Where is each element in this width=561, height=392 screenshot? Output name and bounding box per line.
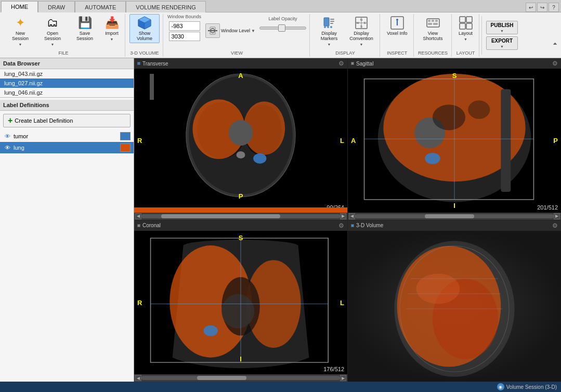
- undo-button[interactable]: ↩: [526, 3, 536, 12]
- tab-draw[interactable]: DRAW: [38, 1, 75, 12]
- eye-icon-tumor[interactable]: 👁: [3, 133, 11, 139]
- display-convention-label: Display Convention: [349, 31, 374, 42]
- sagittal-label: Sagittal: [356, 61, 550, 67]
- ribbon: ✦ New Session ▼ 🗂 Open Session ▼ 💾 Save …: [0, 12, 561, 58]
- display-markers-button[interactable]: Display Markers ▼: [314, 14, 344, 48]
- import-icon: 📥: [105, 16, 119, 30]
- inspect-buttons: i Voxel Info: [384, 14, 410, 48]
- 3d-volume-settings[interactable]: ⚙: [552, 222, 558, 229]
- 3d-volume-scan: [348, 231, 561, 382]
- file-item-2[interactable]: lung_027.nii.gz: [0, 79, 134, 88]
- window-bounds-upper[interactable]: [169, 21, 200, 31]
- show-volume-button[interactable]: Show Volume: [129, 14, 160, 43]
- import-button[interactable]: 📥 Import ▼: [102, 14, 122, 43]
- eye-icon-lung[interactable]: 👁: [3, 145, 11, 151]
- coronal-marker-i: I: [240, 355, 242, 363]
- save-session-icon: 💾: [77, 16, 92, 30]
- 3d-volume-buttons: Show Volume: [129, 14, 160, 48]
- publish-export-group: PUBLISH ▼ EXPORT ▼: [484, 14, 520, 57]
- slider-thumb[interactable]: [278, 24, 285, 32]
- transverse-scrollbar[interactable]: ◀ ▶: [134, 213, 347, 220]
- coronal-settings[interactable]: ⚙: [338, 222, 344, 229]
- svg-rect-10: [330, 23, 333, 24]
- coronal-scrollbar[interactable]: ◀ ▶: [134, 374, 347, 382]
- window-level-icon: [205, 23, 220, 38]
- sagittal-settings[interactable]: ⚙: [552, 60, 558, 67]
- coronal-label: Coronal: [142, 223, 336, 228]
- data-browser-header: Data Browser: [0, 58, 134, 69]
- window-bounds-lower[interactable]: [169, 32, 200, 41]
- svg-point-70: [416, 273, 460, 304]
- coronal-scroll-thumb[interactable]: [197, 376, 247, 380]
- 3d-volume-body[interactable]: [348, 231, 561, 382]
- transverse-scroll-thumb[interactable]: [161, 214, 280, 218]
- save-session-button[interactable]: 💾 Save Session: [70, 14, 100, 43]
- layout-button[interactable]: Layout ▼: [456, 14, 476, 43]
- viewport-sagittal: Sagittal ⚙: [348, 58, 561, 220]
- layout-icon: [459, 16, 473, 30]
- tab-automate[interactable]: AUTOMATE: [75, 1, 126, 12]
- sagittal-scroll-left[interactable]: ◀: [349, 213, 355, 219]
- label-opacity-slider[interactable]: [259, 27, 306, 30]
- main-area: Data Browser lung_043.nii.gz lung_027.ni…: [0, 58, 561, 382]
- transverse-scroll-right[interactable]: ▶: [340, 213, 346, 219]
- export-button[interactable]: EXPORT ▼: [486, 36, 518, 50]
- view-items: Window Bounds: [167, 14, 306, 48]
- open-session-button[interactable]: 🗂 Open Session ▼: [37, 14, 68, 48]
- layout-arrow: ▼: [464, 37, 467, 41]
- transverse-header: Transverse ⚙: [134, 58, 347, 69]
- coronal-scroll-left[interactable]: ◀: [135, 375, 141, 381]
- svg-point-50: [433, 104, 465, 130]
- display-group-label: DISPLAY: [335, 49, 355, 56]
- tab-home[interactable]: HOME: [1, 1, 38, 12]
- tab-volume-rendering[interactable]: VOLUME RENDERING: [126, 1, 206, 12]
- file-item-1[interactable]: lung_043.nii.gz: [0, 69, 134, 79]
- viewport-coronal: Coronal ⚙: [134, 220, 347, 382]
- publish-button[interactable]: PUBLISH ▼: [486, 21, 518, 34]
- help-button[interactable]: ?: [549, 3, 559, 12]
- coronal-body[interactable]: S I R L 176/512: [134, 231, 347, 375]
- sagittal-scroll-thumb[interactable]: [425, 214, 475, 218]
- voxel-info-button[interactable]: i Voxel Info: [384, 14, 410, 38]
- ribbon-group-inspect: i Voxel Info INSPECT: [381, 14, 414, 57]
- publish-dropdown-arrow: ▼: [500, 29, 504, 33]
- coronal-scroll-right[interactable]: ▶: [340, 375, 346, 381]
- transverse-scroll-track[interactable]: [141, 214, 340, 218]
- svg-rect-27: [435, 20, 438, 22]
- file-group-label: FILE: [58, 49, 68, 56]
- sagittal-scroll-right[interactable]: ▶: [554, 213, 560, 219]
- layout-group-label: LAYOUT: [456, 49, 475, 56]
- label-item-lung[interactable]: 👁 lung: [0, 142, 134, 153]
- 3d-volume-group-label: 3-D VOLUME: [130, 49, 159, 56]
- ribbon-group-file: ✦ New Session ▼ 🗂 Open Session ▼ 💾 Save …: [2, 14, 125, 57]
- sagittal-scroll-track[interactable]: [355, 214, 554, 218]
- label-item-tumor[interactable]: 👁 tumor: [0, 130, 134, 142]
- transverse-scroll-left[interactable]: ◀: [135, 213, 141, 219]
- voxel-info-label: Voxel Info: [387, 31, 408, 36]
- coronal-indicator: [137, 224, 140, 227]
- transverse-body[interactable]: A P R L 90/264: [134, 69, 347, 213]
- coronal-scroll-track[interactable]: [141, 376, 340, 380]
- label-color-tumor: [120, 132, 131, 140]
- open-session-icon: 🗂: [45, 16, 60, 30]
- redo-button[interactable]: ↪: [537, 3, 547, 12]
- create-label-text: Create Label Definition: [15, 117, 73, 124]
- 3d-volume-label: 3-D Volume: [356, 223, 550, 228]
- window-level-dropdown[interactable]: ▼: [251, 29, 255, 33]
- sidebar: Data Browser lung_043.nii.gz lung_027.ni…: [0, 58, 134, 382]
- svg-point-42: [253, 153, 266, 164]
- ribbon-group-resources: View Shortcuts RESOURCES: [415, 14, 452, 57]
- file-item-3[interactable]: lung_046.nii.gz: [0, 88, 134, 97]
- ribbon-collapse[interactable]: ⏶: [552, 14, 559, 57]
- transverse-settings[interactable]: ⚙: [338, 60, 344, 67]
- view-shortcuts-button[interactable]: View Shortcuts: [418, 14, 448, 43]
- display-convention-button[interactable]: N S W E Display Convention ▼: [346, 14, 376, 48]
- new-session-button[interactable]: ✦ New Session ▼: [5, 14, 35, 48]
- create-label-button[interactable]: + Create Label Definition: [3, 114, 131, 127]
- sagittal-body[interactable]: S I A P 201/512: [348, 69, 561, 213]
- sagittal-scrollbar[interactable]: ◀ ▶: [348, 213, 561, 220]
- label-name-tumor: tumor: [14, 133, 118, 139]
- resources-group-label: RESOURCES: [418, 49, 448, 56]
- new-session-icon: ✦: [13, 16, 28, 30]
- ribbon-separator-1: [481, 16, 482, 55]
